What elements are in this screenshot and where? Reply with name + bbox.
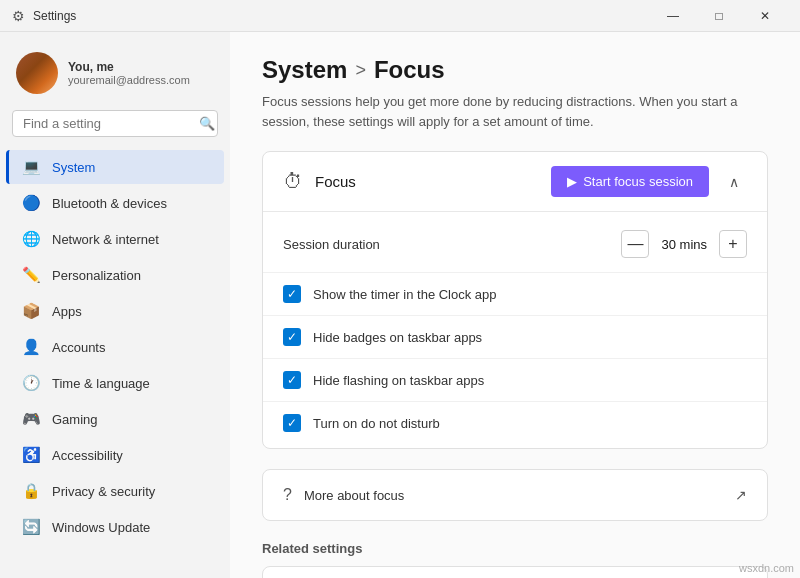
sidebar-item-gaming-label: Gaming: [52, 412, 98, 427]
checkmark-icon: ✓: [287, 416, 297, 430]
sidebar-item-gaming[interactable]: 🎮 Gaming: [6, 402, 224, 436]
maximize-button[interactable]: □: [696, 0, 742, 32]
duration-unit-label: mins: [680, 237, 707, 252]
external-link-icon: ↗: [735, 487, 747, 503]
sidebar-item-update-label: Windows Update: [52, 520, 150, 535]
checkbox-row-flashing: ✓ Hide flashing on taskbar apps: [263, 359, 767, 402]
sidebar-item-network-label: Network & internet: [52, 232, 159, 247]
sidebar-item-time-label: Time & language: [52, 376, 150, 391]
breadcrumb-current: Focus: [374, 56, 445, 84]
start-focus-label: Start focus session: [583, 174, 693, 189]
notifications-row[interactable]: 🔔 Notifications Alerts from apps and sys…: [262, 566, 768, 578]
update-icon: 🔄: [22, 518, 40, 536]
focus-header: ⏱ Focus ▶ Start focus session ∧: [263, 152, 767, 212]
duration-increase-button[interactable]: +: [719, 230, 747, 258]
sidebar-item-accounts-label: Accounts: [52, 340, 105, 355]
titlebar: ⚙ Settings — □ ✕: [0, 0, 800, 32]
apps-icon: 📦: [22, 302, 40, 320]
sidebar-item-system-label: System: [52, 160, 95, 175]
sidebar-item-apps[interactable]: 📦 Apps: [6, 294, 224, 328]
page-description: Focus sessions help you get more done by…: [262, 92, 768, 131]
sidebar-item-privacy-label: Privacy & security: [52, 484, 155, 499]
session-duration-label: Session duration: [283, 237, 621, 252]
breadcrumb: System > Focus: [262, 56, 768, 84]
avatar-image: [16, 52, 58, 94]
titlebar-controls: — □ ✕: [650, 0, 788, 32]
personalization-icon: ✏️: [22, 266, 40, 284]
more-focus-label: More about focus: [304, 488, 723, 503]
checkbox-row-timer: ✓ Show the timer in the Clock app: [263, 273, 767, 316]
sidebar-item-bluetooth-label: Bluetooth & devices: [52, 196, 167, 211]
bluetooth-icon: 🔵: [22, 194, 40, 212]
breadcrumb-parent[interactable]: System: [262, 56, 347, 84]
privacy-icon: 🔒: [22, 482, 40, 500]
sidebar-item-privacy[interactable]: 🔒 Privacy & security: [6, 474, 224, 508]
sidebar-item-personalization-label: Personalization: [52, 268, 141, 283]
search-input[interactable]: [23, 116, 191, 131]
checkbox-timer-label: Show the timer in the Clock app: [313, 287, 497, 302]
checkbox-row-badges: ✓ Hide badges on taskbar apps: [263, 316, 767, 359]
user-email: youremail@address.com: [68, 74, 190, 86]
settings-icon: ⚙: [12, 8, 25, 24]
accessibility-icon: ♿: [22, 446, 40, 464]
watermark: wsxdn.com: [739, 562, 794, 574]
duration-value: 30 mins: [661, 237, 707, 252]
focus-panel-icon: ⏱: [283, 170, 303, 193]
checkbox-flashing[interactable]: ✓: [283, 371, 301, 389]
sidebar: You, me youremail@address.com 🔍 💻 System…: [0, 32, 230, 578]
focus-panel: ⏱ Focus ▶ Start focus session ∧ Session …: [262, 151, 768, 449]
sidebar-item-accessibility-label: Accessibility: [52, 448, 123, 463]
checkbox-dnd-label: Turn on do not disturb: [313, 416, 440, 431]
sidebar-item-accounts[interactable]: 👤 Accounts: [6, 330, 224, 364]
user-profile[interactable]: You, me youremail@address.com: [0, 44, 230, 110]
checkbox-badges-label: Hide badges on taskbar apps: [313, 330, 482, 345]
user-name: You, me: [68, 60, 190, 74]
close-button[interactable]: ✕: [742, 0, 788, 32]
sidebar-item-network[interactable]: 🌐 Network & internet: [6, 222, 224, 256]
network-icon: 🌐: [22, 230, 40, 248]
breadcrumb-separator: >: [355, 60, 366, 81]
sidebar-item-personalization[interactable]: ✏️ Personalization: [6, 258, 224, 292]
checkmark-icon: ✓: [287, 373, 297, 387]
checkbox-flashing-label: Hide flashing on taskbar apps: [313, 373, 484, 388]
sidebar-item-bluetooth[interactable]: 🔵 Bluetooth & devices: [6, 186, 224, 220]
duration-number: 30: [661, 237, 675, 252]
accounts-icon: 👤: [22, 338, 40, 356]
session-duration-row: Session duration — 30 mins +: [263, 216, 767, 273]
search-icon: 🔍: [199, 116, 215, 131]
related-settings-title: Related settings: [262, 541, 768, 556]
duration-control: — 30 mins +: [621, 230, 747, 258]
sidebar-item-accessibility[interactable]: ♿ Accessibility: [6, 438, 224, 472]
search-box[interactable]: 🔍: [12, 110, 218, 137]
checkmark-icon: ✓: [287, 287, 297, 301]
checkbox-timer[interactable]: ✓: [283, 285, 301, 303]
checkbox-badges[interactable]: ✓: [283, 328, 301, 346]
collapse-button[interactable]: ∧: [721, 170, 747, 194]
checkbox-dnd[interactable]: ✓: [283, 414, 301, 432]
checkmark-icon: ✓: [287, 330, 297, 344]
sidebar-item-time[interactable]: 🕐 Time & language: [6, 366, 224, 400]
duration-decrease-button[interactable]: —: [621, 230, 649, 258]
user-info: You, me youremail@address.com: [68, 60, 190, 86]
minimize-button[interactable]: —: [650, 0, 696, 32]
time-icon: 🕐: [22, 374, 40, 392]
play-icon: ▶: [567, 174, 577, 189]
start-focus-button[interactable]: ▶ Start focus session: [551, 166, 709, 197]
app-container: You, me youremail@address.com 🔍 💻 System…: [0, 32, 800, 578]
more-about-focus-row[interactable]: ? More about focus ↗: [262, 469, 768, 521]
gaming-icon: 🎮: [22, 410, 40, 428]
checkbox-row-dnd: ✓ Turn on do not disturb: [263, 402, 767, 444]
avatar: [16, 52, 58, 94]
main-content: System > Focus Focus sessions help you g…: [230, 32, 800, 578]
sidebar-item-system[interactable]: 💻 System: [6, 150, 224, 184]
focus-body: Session duration — 30 mins + ✓: [263, 212, 767, 448]
titlebar-title: Settings: [33, 9, 76, 23]
focus-panel-title: Focus: [315, 173, 539, 190]
question-icon: ?: [283, 486, 292, 504]
sidebar-item-update[interactable]: 🔄 Windows Update: [6, 510, 224, 544]
sidebar-item-apps-label: Apps: [52, 304, 82, 319]
system-icon: 💻: [22, 158, 40, 176]
